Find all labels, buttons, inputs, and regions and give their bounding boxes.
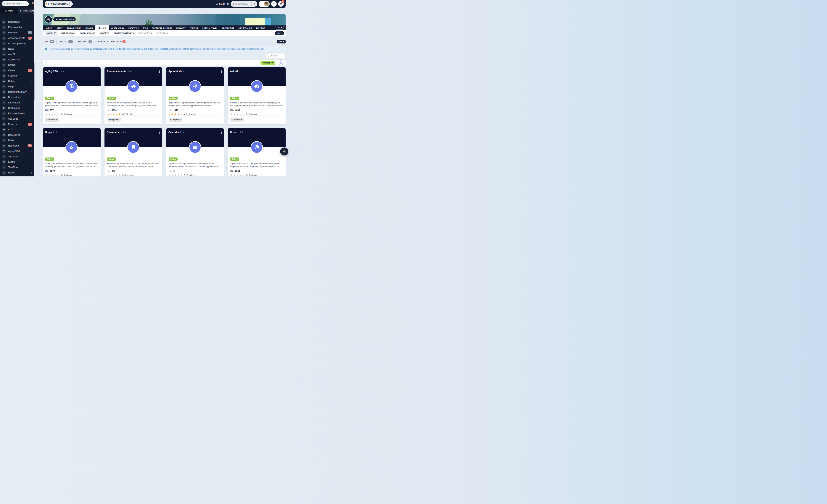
filter-inactive[interactable]: INACTIVE 0	[77, 39, 94, 44]
kebab-menu-icon[interactable]	[97, 130, 99, 134]
filter-requests-for-access[interactable]: REQUESTS FOR ACCESS 0	[96, 39, 128, 44]
sidebar-tab-my-account[interactable]: My account	[18, 8, 35, 13]
sidebar-item-ask-ai[interactable]: Ask AI	[0, 51, 34, 57]
close-icon[interactable]: ×	[32, 1, 34, 5]
subtab-widgets[interactable]: WIDGETS	[98, 32, 111, 35]
rating-stars[interactable]: ★★★★★ 0 / 0 ratings	[168, 173, 222, 176]
tab-compliance[interactable]: COMPLIANCE	[220, 26, 236, 30]
sidebar-item-cases[interactable]: Cases 6	[0, 68, 34, 73]
subtab-rest-api[interactable]: REST API	[155, 32, 170, 35]
sidebar-item-chat[interactable]: Chat	[0, 127, 34, 132]
sidebar-item-taskflow[interactable]: TaskFlow	[0, 165, 34, 170]
sidebar-item-appoint-me[interactable]: Appoint Me	[0, 57, 34, 62]
tab-white-label[interactable]: WHITE LABEL	[109, 26, 126, 30]
tab-setup[interactable]: SETUP	[54, 26, 65, 30]
sidebar-item-blogs[interactable]: Blogs	[0, 84, 34, 89]
sidebar-item-to-do-list[interactable]: To-Do List	[0, 154, 34, 159]
sidebar-item-agilitycrm[interactable]: AgilityCRM ›	[0, 148, 34, 154]
kebab-menu-icon[interactable]	[221, 69, 223, 73]
tab-organisation[interactable]: ORGANISATION	[65, 26, 84, 30]
sidebar-item-account-planning[interactable]: Account planning	[0, 41, 34, 46]
tab-security[interactable]: SECURITY	[174, 26, 188, 30]
sidebar-item-call-logs[interactable]: Call Logs	[0, 116, 34, 121]
sidebar-item-pages[interactable]: Pages ›	[0, 170, 34, 175]
subtab-webhooks[interactable]: WEBHOOKS	[137, 32, 154, 35]
sidebar-search-input[interactable]	[4, 2, 27, 5]
kebab-menu-icon[interactable]	[282, 69, 284, 73]
news-icon	[2, 47, 6, 51]
add-module-fab[interactable]: +	[280, 148, 288, 156]
sidebar-item-launchpad[interactable]: Launchpad	[0, 100, 34, 105]
filter-all[interactable]: ALL 56	[43, 39, 56, 44]
subtab-integrations[interactable]: INTEGRATIONS	[59, 32, 77, 35]
rating-stars[interactable]: ★★★★★ 0 / 0 ratings	[45, 173, 98, 176]
tab-finance[interactable]: FINANCE	[188, 26, 200, 30]
sidebar-item-record-list[interactable]: Record List	[0, 132, 34, 137]
sidebar-item-employee-hub[interactable]: Employee hub ›	[0, 24, 34, 30]
tab-support[interactable]: SUPPORT	[254, 26, 267, 30]
sidebar-item-extranet-portals[interactable]: Extranet Portals	[0, 111, 34, 116]
calendar-button[interactable]	[271, 1, 277, 7]
module-search-input[interactable]	[270, 53, 285, 58]
sidebar-item-document-library[interactable]: Document Library	[0, 89, 34, 95]
sidebar-item-discussions[interactable]: Discussions	[0, 95, 34, 100]
sidebar-item-projects[interactable]: Projects 5	[0, 121, 34, 127]
subtab-payment-gateways[interactable]: PAYMENT GATEWAYS	[112, 32, 136, 35]
grid-icon	[280, 62, 282, 64]
tabs-dropdown-button[interactable]: Tabs	[275, 32, 284, 35]
module-card-blogs: Blogs1.1.0 Active Allow your members to …	[43, 128, 101, 176]
module-search[interactable]	[266, 53, 286, 58]
actions-button[interactable]: Actions	[260, 61, 275, 65]
brand-switcher[interactable]: AGILITYPORTAL	[45, 1, 73, 7]
global-search-input[interactable]	[231, 3, 251, 5]
sidebar-search[interactable]	[2, 1, 29, 6]
tab-billing[interactable]: BILLING	[84, 26, 95, 30]
global-search[interactable]	[231, 1, 257, 7]
sidebar-item-label: Calendar	[8, 74, 32, 77]
sidebar-item-notes[interactable]: Notes	[0, 137, 34, 143]
sidebar-item-events[interactable]: Events	[0, 159, 34, 165]
subtab-login-and-sso[interactable]: LOGIN AND SSO	[78, 32, 97, 35]
search-icon[interactable]	[252, 3, 257, 5]
rating-stars[interactable]: ★★★★★ 0 / 0 ratings	[107, 173, 160, 176]
tab-governance[interactable]: GOVERNANCE	[236, 26, 254, 30]
filter-active[interactable]: ACTIVE 56	[58, 39, 75, 44]
sidebar-item-announcements[interactable]: Announcements 1	[0, 35, 34, 41]
tab-analytics[interactable]: ANALYTICS	[126, 26, 141, 30]
kebab-menu-icon[interactable]	[221, 130, 223, 134]
sidebar-item-news[interactable]: News	[0, 46, 34, 51]
list-icon	[2, 155, 6, 159]
rating-stars[interactable]: ★★★★★ 0 / 0 ratings	[230, 173, 283, 176]
module-hits: Hits: 19141	[107, 109, 160, 111]
subtab-modules[interactable]: MODULES	[45, 31, 58, 36]
primary-tabbar: ADMINSETUPORGANISATIONBILLINGADD-ONSWHIT…	[43, 25, 286, 30]
kebab-menu-icon[interactable]	[159, 69, 161, 73]
tab-tags[interactable]: TAGS	[141, 26, 150, 30]
sidebar-item-dashboard[interactable]: Dashboard	[0, 19, 34, 24]
notifications-button[interactable]: 8	[278, 1, 284, 7]
sidebar-scrollbar[interactable]	[34, 0, 35, 176]
kebab-menu-icon[interactable]	[159, 130, 161, 134]
search-icon[interactable]	[266, 53, 270, 58]
grid-view-button[interactable]	[279, 60, 284, 65]
user-menu[interactable]	[259, 1, 270, 7]
sidebar-item-calendar[interactable]: Calendar	[0, 73, 34, 78]
status-filter-label: ALL	[45, 41, 49, 43]
sidebar-item-hubs[interactable]: Hubs ›	[0, 78, 34, 84]
tab-custom-fields[interactable]: CUSTOM FIELDS	[200, 26, 220, 30]
tab-admin[interactable]: ADMIN	[44, 26, 54, 30]
tabs-dropdown-button[interactable]: Tabs	[277, 40, 286, 44]
chevron-down-icon	[272, 62, 273, 63]
filter-icon[interactable]	[45, 61, 48, 65]
tabs-dropdown-button[interactable]: Tabs	[275, 26, 284, 30]
sidebar-item-search[interactable]: Search	[0, 62, 34, 68]
sidebar-item-directory[interactable]: Directory 6	[0, 30, 34, 35]
sidebar-item-bookmarks[interactable]: Bookmarks	[0, 105, 34, 111]
tab-reported-content[interactable]: REPORTED CONTENT	[150, 26, 174, 30]
kebab-menu-icon[interactable]	[282, 130, 284, 134]
sidebar-tab-menu[interactable]: Menu	[0, 8, 18, 13]
sidebar-item-reminders[interactable]: Reminders 18	[0, 143, 34, 148]
tab-add-ons[interactable]: ADD-ONS	[95, 25, 109, 30]
sidebar-scrollbar-thumb[interactable]	[34, 63, 35, 100]
kebab-menu-icon[interactable]	[97, 69, 99, 73]
